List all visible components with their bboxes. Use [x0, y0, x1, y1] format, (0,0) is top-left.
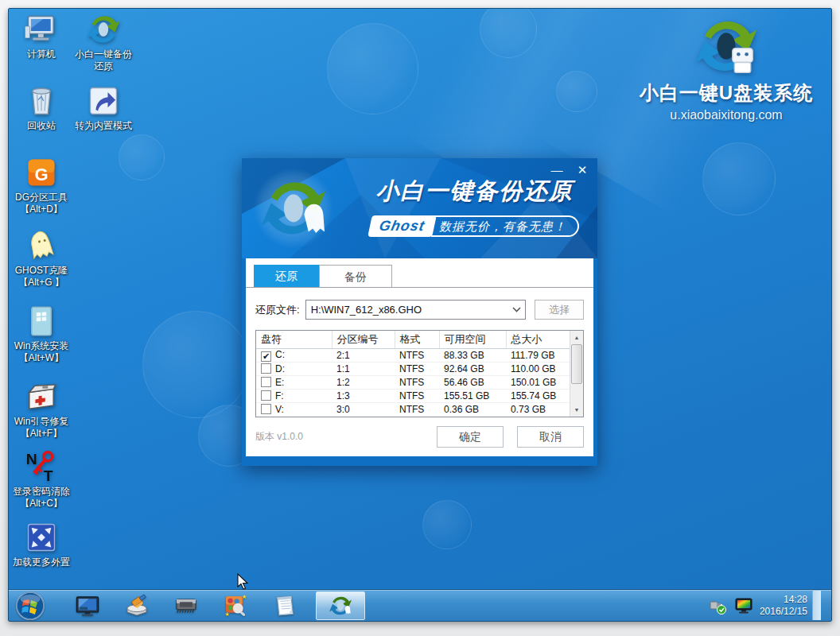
svg-text:N: N — [26, 451, 37, 467]
scrollbar-thumb[interactable] — [571, 344, 582, 384]
cell-format: NTFS — [395, 348, 439, 362]
ghost-wordmark: Ghost — [368, 215, 437, 237]
cell-total: 110.00 GB — [506, 362, 570, 375]
desktop-icon-ghost-clone[interactable]: GHOST克隆 【Alt+G 】 — [10, 228, 72, 289]
restore-file-value: H:\WIN7_612_x86.GHO — [306, 304, 508, 316]
diskgenius-icon: G — [24, 155, 59, 190]
cell-partition: 1:1 — [332, 362, 395, 375]
desktop-icon-label: 【Alt+G 】 — [10, 277, 72, 289]
sync-arrows-icon — [86, 12, 121, 47]
cancel-button[interactable]: 取消 — [517, 426, 584, 448]
desktop-icon-label: GHOST克隆 — [10, 265, 72, 277]
restore-file-row: 还原文件: H:\WIN7_612_x86.GHO 选择 — [255, 300, 584, 320]
drive-letter: D: — [275, 363, 285, 374]
table-row[interactable]: V:3:0NTFS0.36 GB0.73 GB — [256, 402, 570, 416]
chevron-down-icon[interactable] — [508, 307, 525, 312]
cell-drive: F: — [256, 389, 332, 402]
version-label: 版本 v1.0.0 — [255, 430, 303, 444]
cell-partition: 1:2 — [332, 375, 395, 389]
taskbar-image-tool-icon[interactable]: ★ ★ — [223, 593, 248, 619]
bubble-decoration — [119, 134, 165, 180]
scroll-up-icon[interactable]: ▲ — [570, 332, 583, 343]
desktop-icon-label: 回收站 — [10, 120, 72, 132]
table-row[interactable]: E:1:2NTFS56.46 GB150.01 GB — [256, 375, 570, 389]
taskbar-active-backup-app[interactable] — [316, 591, 365, 620]
desktop-icon-label: 【Alt+F】 — [10, 428, 72, 440]
ghost-icon — [24, 228, 59, 263]
desktop-icon-computer[interactable]: 计算机 — [10, 12, 72, 60]
desktop-icon-password-clear[interactable]: N T 登录密码清除 【Alt+C】 — [10, 449, 72, 510]
cell-partition: 1:3 — [332, 389, 395, 402]
row-checkbox[interactable] — [261, 390, 271, 401]
ghost-slogan: 数据无价，有备无患！ — [431, 215, 579, 237]
desktop-icon-label: 【Alt+C】 — [10, 498, 72, 510]
row-checkbox[interactable] — [261, 377, 271, 387]
show-desktop-button[interactable] — [812, 591, 821, 620]
usb-sync-logo-icon — [694, 14, 759, 79]
desktop: 计算机 小白一键备份 还原 回收站 转为内置模式 — [8, 8, 832, 622]
tray-date: 2016/12/15 — [760, 606, 807, 618]
desktop-icon-dg-partition[interactable]: G DG分区工具 【Alt+D】 — [10, 155, 72, 215]
desktop-icon-boot-repair[interactable]: Win引导修复 【Alt+F】 — [10, 379, 72, 440]
dialog-title: 小白一键备份还原 — [361, 176, 588, 207]
row-checkbox[interactable]: ✔ — [261, 351, 271, 362]
shortcut-arrow-icon — [86, 83, 121, 118]
taskbar-notepad-icon[interactable] — [272, 593, 298, 619]
cell-total: 0.73 GB — [506, 402, 570, 416]
desktop-icon-label: 还原 — [72, 60, 134, 72]
desktop-icon-recycle-bin[interactable]: 回收站 — [10, 83, 72, 132]
cell-free: 88.33 GB — [439, 348, 506, 362]
column-header-drive[interactable]: 盘符 — [256, 331, 332, 348]
taskbar: ★ ★ — [9, 589, 831, 621]
cell-total: 150.01 GB — [506, 375, 570, 389]
column-header-format[interactable]: 格式 — [395, 331, 439, 348]
column-header-partition[interactable]: 分区编号 — [332, 331, 395, 348]
taskbar-display-icon[interactable] — [75, 593, 100, 619]
close-button[interactable]: ✕ — [575, 163, 589, 177]
cell-format: NTFS — [395, 389, 439, 402]
desktop-icon-label: 登录密码清除 — [10, 486, 72, 498]
taskbar-cleanup-icon[interactable] — [124, 593, 150, 619]
drive-letter: E: — [275, 377, 284, 388]
column-header-total[interactable]: 总大小 — [506, 331, 570, 348]
system-tray: 14:28 2016/12/15 — [709, 590, 807, 621]
desktop-icon-load-more[interactable]: 加载更多外置 — [10, 520, 72, 568]
start-button[interactable] — [15, 591, 45, 621]
desktop-icon-internal-mode[interactable]: 转为内置模式 — [72, 83, 134, 132]
desktop-icon-label: 计算机 — [10, 48, 72, 60]
table-row[interactable]: F:1:3NTFS155.51 GB155.74 GB — [256, 389, 570, 402]
vertical-scrollbar[interactable]: ▲ ▼ — [570, 331, 583, 417]
ok-button[interactable]: 确定 — [437, 426, 504, 448]
taskbar-memory-icon[interactable] — [173, 593, 199, 619]
scroll-down-icon[interactable]: ▼ — [570, 404, 583, 416]
table-row[interactable]: D:1:1NTFS92.64 GB110.00 GB — [256, 362, 570, 375]
row-checkbox[interactable] — [261, 363, 271, 374]
restore-file-combobox[interactable]: H:\WIN7_612_x86.GHO — [305, 300, 526, 320]
minimize-button[interactable]: — — [550, 163, 564, 177]
table-row[interactable]: ✔C:2:1NTFS88.33 GB111.79 GB — [256, 348, 570, 362]
desktop-icon-backup-restore[interactable]: 小白一键备份 还原 — [72, 12, 134, 72]
drive-letter: V: — [275, 404, 284, 415]
select-button[interactable]: 选择 — [535, 300, 584, 320]
tray-time: 14:28 — [760, 594, 807, 606]
cell-total: 155.74 GB — [506, 389, 570, 402]
cell-free: 0.36 GB — [439, 402, 506, 416]
drive-letter: F: — [275, 390, 284, 401]
cell-drive: E: — [256, 375, 332, 389]
tray-clock[interactable]: 14:28 2016/12/15 — [760, 594, 807, 618]
tray-usb-icon[interactable] — [709, 596, 728, 615]
tab-restore[interactable]: 还原 — [254, 265, 319, 287]
cell-format: NTFS — [395, 402, 439, 416]
restore-file-label: 还原文件: — [255, 303, 300, 317]
column-header-free[interactable]: 可用空间 — [439, 331, 506, 348]
row-checkbox[interactable] — [261, 404, 271, 414]
computer-icon — [24, 12, 59, 47]
tray-display-color-icon[interactable] — [734, 596, 753, 615]
cell-free: 92.64 GB — [439, 362, 506, 375]
tab-backup[interactable]: 备份 — [319, 265, 392, 287]
desktop-icon-win-install[interactable]: Win系统安装 【Alt+W】 — [10, 304, 72, 364]
desktop-icon-label: Win系统安装 — [10, 340, 72, 352]
dialog-banner: — ✕ 小白一键备份还原 Ghost 数据无价，有备无患！ — [242, 158, 597, 258]
cell-drive: ✔C: — [256, 348, 332, 362]
partition-table-body: ✔C:2:1NTFS88.33 GB111.79 GBD:1:1NTFS92.6… — [256, 348, 570, 416]
